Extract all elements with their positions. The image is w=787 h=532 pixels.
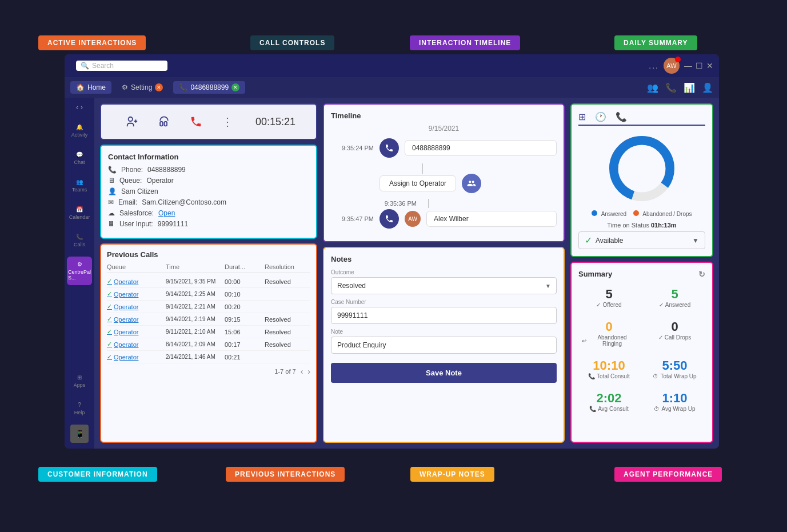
sidebar-collapse[interactable]: ‹ › bbox=[76, 103, 83, 111]
phone-row: 📞 Phone: 0488888899 bbox=[108, 166, 309, 174]
apps-icon: ⊞ bbox=[77, 374, 82, 381]
row-queue[interactable]: ✓Operator bbox=[107, 303, 166, 310]
salesforce-link[interactable]: Open bbox=[158, 209, 175, 217]
input-icon: 🖩 bbox=[108, 220, 115, 228]
assign-to-operator-button[interactable]: Assign to Operator bbox=[379, 175, 456, 191]
queue-value: Operator bbox=[146, 177, 173, 185]
sidebar-item-centrepal[interactable]: ⚙ CentrePal S... bbox=[67, 257, 92, 285]
row-queue[interactable]: ✓Operator bbox=[107, 341, 166, 348]
time-on-status: Time on Status 01h:13m bbox=[578, 222, 705, 229]
event-agent-time: 9:35:47 PM bbox=[331, 215, 374, 222]
sidebar-item-calls[interactable]: 📞 Calls bbox=[67, 229, 92, 252]
minimize-button[interactable]: — bbox=[684, 61, 692, 70]
teams-icon: 👥 bbox=[76, 179, 83, 185]
tab-setting[interactable]: ⚙ Setting ✕ bbox=[116, 81, 169, 94]
sidebar-device-icon[interactable]: 📱 bbox=[70, 425, 89, 443]
tab-calls[interactable]: 📞 bbox=[616, 111, 627, 122]
left-panels: ⋮ 00:15:21 Contact Information 📞 Phone: … bbox=[100, 103, 317, 443]
save-note-button[interactable]: Save Note bbox=[331, 363, 557, 383]
call-drops-icon: ✓ bbox=[658, 334, 663, 341]
avg-consult-label: 📞 Avg Consult bbox=[582, 406, 636, 412]
calls-icon: 📞 bbox=[76, 234, 83, 240]
row-duration: 00:21 bbox=[225, 354, 265, 361]
note-input[interactable] bbox=[331, 337, 557, 354]
sidebar-item-teams[interactable]: 👥 Teams bbox=[67, 174, 92, 197]
refresh-button[interactable]: ↻ bbox=[698, 270, 705, 279]
more-call-options-button[interactable]: ⋮ bbox=[218, 111, 238, 132]
more-options[interactable]: ... bbox=[649, 61, 659, 70]
label-active-interactions: ACTIVE INTERACTIONS bbox=[38, 35, 146, 50]
legend-answered: Answered bbox=[592, 210, 626, 217]
add-user-button[interactable] bbox=[122, 111, 142, 132]
users-icon[interactable]: 👥 bbox=[647, 82, 658, 93]
user-input-row: 🖩 User Input: 99991111 bbox=[108, 220, 309, 228]
tab-phone-close[interactable]: ✕ bbox=[231, 83, 239, 91]
perf-total-wrapup: 5:50 ⏱ Total Wrap Up bbox=[644, 355, 705, 383]
row-resolution: Resolved bbox=[265, 316, 310, 323]
label-interaction-timeline: INTERACTION TIMELINE bbox=[410, 35, 520, 50]
total-consult-label: 📞 Total Consult bbox=[582, 373, 636, 379]
tab-phone[interactable]: 📞 0486888899 ✕ bbox=[173, 81, 245, 94]
tab-home[interactable]: 🏠 Home bbox=[70, 81, 111, 94]
chart-icon[interactable]: 📊 bbox=[684, 82, 695, 93]
row-duration: 00:17 bbox=[225, 341, 265, 348]
maximize-button[interactable]: ☐ bbox=[696, 61, 703, 70]
row-queue[interactable]: ✓Operator bbox=[107, 315, 166, 323]
end-call-button[interactable] bbox=[186, 111, 206, 132]
sidebar-item-calendar[interactable]: 📅 Calendar bbox=[67, 202, 92, 225]
email-value: Sam.Citizen@Contoso.com bbox=[142, 198, 226, 206]
abandoned-icon: ↩ bbox=[582, 338, 586, 344]
tab-grid[interactable]: ⊞ bbox=[578, 111, 586, 126]
next-page-button[interactable]: › bbox=[307, 367, 310, 376]
pagination-info: 1-7 of 7 bbox=[274, 368, 295, 375]
close-button[interactable]: ✕ bbox=[706, 61, 713, 70]
phone-icon: 📞 bbox=[108, 166, 117, 174]
phone-label: Phone: bbox=[121, 166, 143, 174]
call-icon[interactable]: 📞 bbox=[665, 82, 677, 93]
sidebar-item-activity[interactable]: 🔔 Activity bbox=[67, 119, 92, 142]
row-duration: 00:10 bbox=[225, 291, 265, 298]
row-queue[interactable]: ✓Operator bbox=[107, 353, 166, 361]
centrepal-icon: ⚙ bbox=[77, 261, 82, 267]
row-time: 8/14/2021, 2:09 AM bbox=[166, 341, 225, 347]
left-sidebar: ‹ › 🔔 Activity 💬 Chat 👥 Teams 📅 Calendar… bbox=[65, 98, 94, 449]
summary-tabs: ⊞ 🕐 📞 bbox=[578, 111, 705, 126]
sidebar-item-apps[interactable]: ⊞ Apps bbox=[67, 370, 92, 393]
answered-label: ✓ Answered bbox=[648, 302, 702, 308]
hold-button[interactable] bbox=[154, 111, 174, 132]
label-daily-summary: DAILY SUMMARY bbox=[614, 35, 697, 50]
email-row: ✉ Email: Sam.Citizen@Contoso.com bbox=[108, 198, 309, 206]
app-container: 🔍 Search ... AW — ☐ ✕ 🏠 Home ⚙ Setting ✕… bbox=[65, 54, 719, 449]
table-row: ✓Operator 8/14/2021, 2:09 AM 00:17 Resol… bbox=[107, 338, 310, 351]
prev-page-button[interactable]: ‹ bbox=[301, 367, 303, 376]
note-label: Note bbox=[331, 329, 557, 335]
profile-icon[interactable]: 👤 bbox=[702, 82, 713, 93]
call-timer: 00:15:21 bbox=[255, 116, 295, 128]
arrow-right-icon: › bbox=[81, 103, 83, 111]
table-row: ✓Operator 9/14/2021, 2:25 AM 00:10 bbox=[107, 288, 310, 301]
avg-wrapup-icon: ⏱ bbox=[654, 406, 660, 412]
table-row: ✓Operator 9/15/2021, 9:35 PM 00:00 Resol… bbox=[107, 275, 310, 288]
tab-history[interactable]: 🕐 bbox=[595, 111, 606, 122]
sidebar-item-help[interactable]: ? Help bbox=[67, 397, 92, 420]
chat-icon: 💬 bbox=[76, 151, 83, 158]
search-bar[interactable]: 🔍 Search bbox=[76, 61, 167, 71]
sidebar-item-chat[interactable]: 💬 Chat bbox=[67, 147, 92, 170]
queue-row: 🖥 Queue: Operator bbox=[108, 177, 309, 185]
row-duration: 00:00 bbox=[225, 278, 265, 285]
outcome-select[interactable]: Resolved Unresolved bbox=[331, 277, 557, 294]
answered-dot bbox=[592, 210, 597, 216]
status-bar[interactable]: ✓ Available ▼ bbox=[578, 231, 705, 249]
table-row: ✓Operator 9/14/2021, 2:19 AM 09:15 Resol… bbox=[107, 313, 310, 326]
row-queue[interactable]: ✓Operator bbox=[107, 328, 166, 335]
row-queue[interactable]: ✓Operator bbox=[107, 278, 166, 285]
user-avatar[interactable]: AW bbox=[664, 58, 680, 74]
tab-setting-close[interactable]: ✕ bbox=[155, 83, 163, 91]
timeline-connector-1 bbox=[422, 163, 423, 174]
row-resolution: Resolved bbox=[265, 341, 310, 348]
case-number-input[interactable] bbox=[331, 307, 557, 324]
col-resolution: Resolution bbox=[265, 263, 310, 270]
home-icon: 🏠 bbox=[76, 83, 85, 91]
row-time: 9/15/2021, 9:35 PM bbox=[166, 278, 225, 285]
row-queue[interactable]: ✓Operator bbox=[107, 290, 166, 298]
